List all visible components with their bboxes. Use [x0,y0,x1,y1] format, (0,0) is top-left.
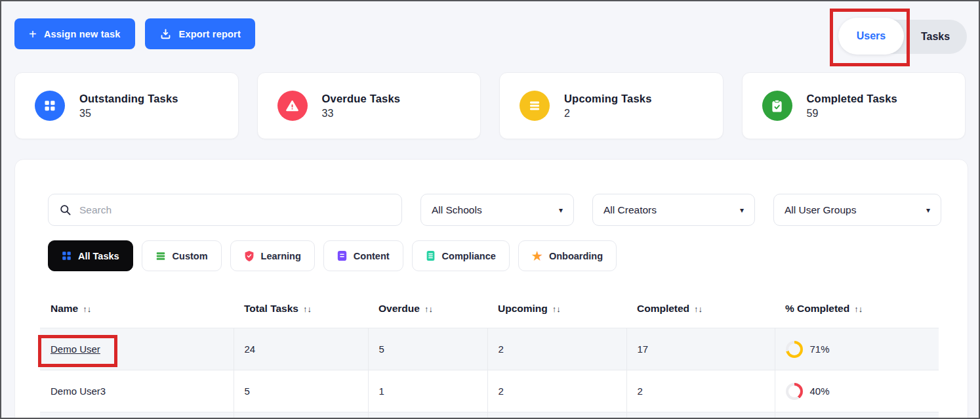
users-label: Users [857,30,886,42]
top-toolbar: + Assign new task Export report Users Ta… [14,18,967,54]
cell-completed: 17 [626,328,775,370]
user-groups-dropdown-value: All User Groups [785,204,856,216]
star-icon: ★ [532,250,542,262]
cell-overdue: 5 [368,328,487,370]
schools-dropdown-value: All Schools [432,204,482,216]
stat-value: 59 [807,108,897,120]
sort-icon: ↑↓ [854,304,863,314]
chip-label: All Tasks [78,251,119,261]
column-header-percent-completed[interactable]: % Completed↑↓ [775,291,939,328]
sort-icon: ↑↓ [552,304,561,314]
table-row: Demo User3 5 1 2 2 40% [40,370,939,412]
progress-ring [786,383,803,400]
search-input[interactable] [79,204,391,216]
users-table: Name↑↓ Total Tasks↑↓ Overdue↑↓ Upcoming↑… [40,291,937,418]
column-header-upcoming[interactable]: Upcoming↑↓ [487,291,626,328]
stat-value: 33 [322,108,401,120]
stat-card-overdue: Overdue Tasks 33 [257,72,481,139]
export-report-button[interactable]: Export report [145,18,255,49]
user-groups-dropdown[interactable]: All User Groups ▾ [773,194,941,226]
filter-bar: All Schools ▾ All Creators ▾ All User Gr… [48,194,944,226]
export-report-label: Export report [179,29,241,39]
action-buttons: + Assign new task Export report [14,18,255,49]
cell-upcoming: 2 [487,370,626,412]
stat-title: Overdue Tasks [322,93,401,105]
chip-all-tasks[interactable]: All Tasks [48,240,133,271]
chip-learning[interactable]: Learning [230,240,315,271]
stat-cards-row: Outstanding Tasks 35 Overdue Tasks 33 [14,72,966,139]
chevron-down-icon: ▾ [559,206,563,215]
chevron-down-icon: ▾ [740,206,744,215]
toggle-tasks-segment[interactable]: Tasks [904,31,967,43]
column-header-completed[interactable]: Completed↑↓ [626,291,775,328]
chip-label: Custom [173,251,208,261]
user-link[interactable]: Demo User [51,343,100,355]
toggle-users-segment[interactable]: Users [838,18,904,55]
dashboard-page: + Assign new task Export report Users Ta… [0,0,980,419]
assign-new-task-label: Assign new task [44,29,121,39]
tasks-label: Tasks [921,31,950,42]
cell-completed: 2 [626,370,775,412]
schools-dropdown[interactable]: All Schools ▾ [420,194,574,226]
stat-title: Upcoming Tasks [564,93,652,105]
warning-icon [277,91,308,121]
plus-icon: + [29,28,37,41]
users-tasks-toggle: Users Tasks [838,20,967,54]
search-box [48,194,402,226]
chip-custom[interactable]: Custom [142,240,222,271]
sort-icon: ↑↓ [83,304,91,314]
sort-icon: ↑↓ [694,304,703,314]
stack-icon [155,251,166,261]
stat-card-upcoming: Upcoming Tasks 2 [499,72,724,139]
table-header-row: Name↑↓ Total Tasks↑↓ Overdue↑↓ Upcoming↑… [40,291,939,328]
column-header-overdue[interactable]: Overdue↑↓ [368,291,487,328]
stat-card-outstanding: Outstanding Tasks 35 [14,72,239,139]
chip-onboarding[interactable]: ★ Onboarding [518,240,617,271]
progress-ring [786,341,803,358]
cell-overdue: 1 [368,370,487,412]
clipboard-check-icon [762,91,792,121]
percent-completed-value: 40% [810,386,830,397]
creators-dropdown[interactable]: All Creators ▾ [592,194,755,226]
table-row: Demo User 24 5 2 17 71% [40,328,939,370]
stat-title: Completed Tasks [807,93,897,105]
chip-label: Compliance [442,251,496,261]
chip-content[interactable]: Content [323,240,403,271]
stat-card-completed: Completed Tasks 59 [742,72,966,139]
chip-label: Onboarding [549,251,603,261]
stat-value: 2 [564,108,652,120]
cell-upcoming: 2 [487,328,626,370]
cell-total-tasks: 5 [234,370,368,412]
table-row-partial [40,412,939,418]
sort-icon: ↑↓ [424,304,433,314]
creators-dropdown-value: All Creators [603,204,657,216]
grid-icon [62,251,71,261]
shield-check-icon [244,250,255,262]
sort-icon: ↑↓ [303,304,312,314]
user-name[interactable]: Demo User3 [51,386,106,397]
assign-new-task-button[interactable]: + Assign new task [14,18,135,49]
download-icon [159,28,172,40]
grid-icon [35,91,65,121]
cell-total-tasks: 24 [234,328,368,370]
column-header-name[interactable]: Name↑↓ [40,291,234,328]
list-icon [520,91,550,121]
stat-title: Outstanding Tasks [79,93,178,105]
users-table-panel: All Schools ▾ All Creators ▾ All User Gr… [14,159,968,419]
chip-label: Learning [261,251,301,261]
column-header-total-tasks[interactable]: Total Tasks↑↓ [234,291,368,328]
chip-label: Content [354,251,390,261]
stat-value: 35 [79,108,178,120]
task-type-chips: All Tasks Custom Learning [48,240,944,271]
clipboard-icon [426,250,436,261]
note-icon [337,250,347,261]
search-icon [59,204,71,216]
chevron-down-icon: ▾ [926,206,930,215]
chip-compliance[interactable]: Compliance [412,240,510,271]
percent-completed-value: 71% [810,343,830,355]
